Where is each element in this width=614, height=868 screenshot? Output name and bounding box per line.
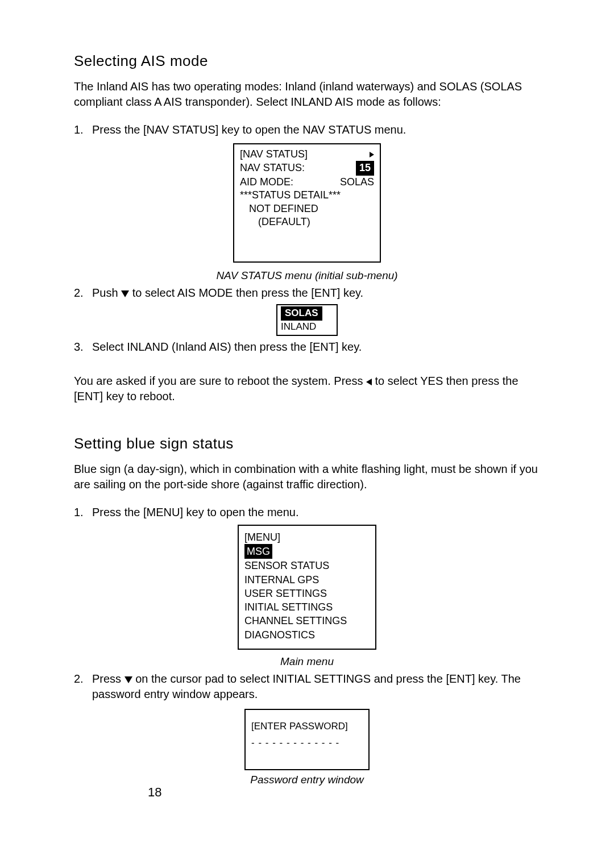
down-arrow-icon bbox=[121, 290, 129, 297]
popup-option-solas: SOLAS bbox=[281, 307, 322, 320]
status-line-2: (DEFAULT) bbox=[240, 215, 310, 229]
step-text-b: to select AIS MODE then press the [ENT] … bbox=[129, 286, 363, 299]
step-1-1: 1. Press the [NAV STATUS] key to open th… bbox=[74, 122, 540, 138]
nav-status-label: NAV STATUS: bbox=[240, 161, 305, 175]
menu-item-sensor-status: SENSOR STATUS bbox=[244, 559, 370, 572]
aid-mode-label: AID MODE: bbox=[240, 176, 293, 189]
step-text: Press the [MENU] key to open the menu. bbox=[92, 506, 299, 518]
nav-status-value: 15 bbox=[356, 161, 374, 175]
intro-para-2: Blue sign (a day-sign), which in combina… bbox=[74, 462, 540, 492]
status-line-1: NOT DEFINED bbox=[240, 202, 318, 215]
step-1-2: 2. Push to select AIS MODE then press th… bbox=[74, 285, 540, 301]
password-screen: [ENTER PASSWORD] - - - - - - - - - - - -… bbox=[244, 709, 370, 770]
nav-status-screen: [NAV STATUS] NAV STATUS: 15 AID MODE: SO… bbox=[233, 143, 381, 263]
aid-mode-value: SOLAS bbox=[340, 176, 374, 189]
menu-item-channel-settings: CHANNEL SETTINGS bbox=[244, 614, 370, 628]
intro-para-1: The Inland AIS has two operating modes: … bbox=[74, 79, 540, 110]
menu-title: [MENU] bbox=[244, 530, 370, 544]
step-text: Select INLAND (Inland AIS) then press th… bbox=[92, 340, 362, 353]
caption-main-menu: Main menu bbox=[74, 654, 540, 669]
post-para-1: You are asked if you are sure to reboot … bbox=[74, 373, 540, 404]
step-1-3: 3. Select INLAND (Inland AIS) then press… bbox=[74, 339, 540, 355]
step-2-2: 2. Press on the cursor pad to select INI… bbox=[74, 671, 540, 702]
pw-dashes: - - - - - - - - - - - - - bbox=[251, 737, 363, 750]
left-arrow-icon bbox=[366, 379, 372, 385]
page-number: 18 bbox=[148, 784, 161, 801]
popup-option-inland: INLAND bbox=[281, 321, 333, 334]
menu-item-initial-settings: INITIAL SETTINGS bbox=[244, 600, 370, 614]
post-a: You are asked if you are sure to reboot … bbox=[74, 375, 366, 387]
step-2-1: 1. Press the [MENU] key to open the menu… bbox=[74, 505, 540, 520]
ais-mode-popup: SOLAS INLAND bbox=[276, 304, 338, 336]
menu-item-internal-gps: INTERNAL GPS bbox=[244, 573, 370, 587]
status-header: ***STATUS DETAIL*** bbox=[240, 189, 374, 202]
caption-password: Password entry window bbox=[74, 773, 540, 787]
heading-blue-sign: Setting blue sign status bbox=[74, 434, 540, 454]
step-text-a: Push bbox=[92, 286, 121, 299]
step-text-a: Press bbox=[92, 672, 125, 685]
pw-title: [ENTER PASSWORD] bbox=[251, 720, 363, 733]
step-text-b: on the cursor pad to select INITIAL SETT… bbox=[92, 672, 521, 700]
screen-title: [NAV STATUS] bbox=[240, 148, 308, 161]
menu-item-msg: MSG bbox=[244, 544, 272, 559]
menu-item-diagnostics: DIAGNOSTICS bbox=[244, 628, 370, 642]
heading-selecting-ais-mode: Selecting AIS mode bbox=[74, 51, 540, 71]
menu-item-user-settings: USER SETTINGS bbox=[244, 587, 370, 600]
main-menu-screen: [MENU] MSG SENSOR STATUS INTERNAL GPS US… bbox=[238, 525, 376, 650]
step-text: Press the [NAV STATUS] key to open the N… bbox=[92, 123, 406, 136]
down-arrow-icon bbox=[125, 676, 132, 683]
play-icon bbox=[370, 152, 374, 157]
caption-nav-status: NAV STATUS menu (initial sub-menu) bbox=[74, 268, 540, 283]
